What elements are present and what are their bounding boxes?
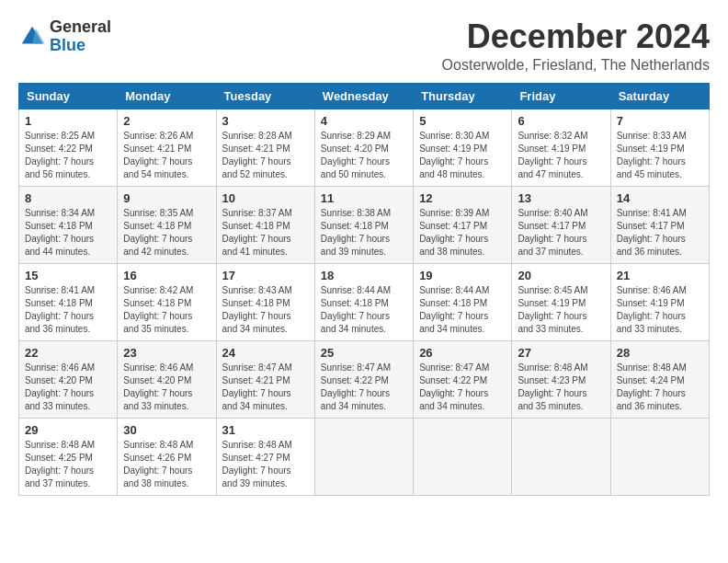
day-number: 6 <box>518 114 604 128</box>
day-of-week-wednesday: Wednesday <box>314 83 413 109</box>
day-number: 10 <box>222 191 309 205</box>
day-number: 28 <box>617 346 703 360</box>
day-number: 13 <box>518 191 604 205</box>
day-number: 14 <box>617 191 703 205</box>
logo-blue: Blue <box>50 36 85 54</box>
day-number: 3 <box>222 114 309 128</box>
day-number: 11 <box>321 191 407 205</box>
title-block: December 2024 Oosterwolde, Friesland, Th… <box>442 18 710 74</box>
logo-general: General <box>50 17 111 36</box>
calendar-cell <box>610 418 709 495</box>
day-info: Sunrise: 8:37 AMSunset: 4:18 PMDaylight:… <box>222 207 309 259</box>
calendar-cell: 26Sunrise: 8:47 AMSunset: 4:22 PMDayligh… <box>414 340 512 418</box>
calendar-cell: 6Sunrise: 8:32 AMSunset: 4:19 PMDaylight… <box>512 109 610 186</box>
day-number: 24 <box>222 346 309 360</box>
day-number: 20 <box>518 269 604 282</box>
calendar-cell: 20Sunrise: 8:45 AMSunset: 4:19 PMDayligh… <box>512 263 610 340</box>
calendar-header-row: SundayMondayTuesdayWednesdayThursdayFrid… <box>19 83 710 109</box>
calendar-table: SundayMondayTuesdayWednesdayThursdayFrid… <box>18 83 710 496</box>
day-info: Sunrise: 8:41 AMSunset: 4:17 PMDaylight:… <box>617 207 703 259</box>
day-info: Sunrise: 8:43 AMSunset: 4:18 PMDaylight:… <box>222 284 309 336</box>
calendar-cell <box>314 418 413 495</box>
day-info: Sunrise: 8:46 AMSunset: 4:20 PMDaylight:… <box>123 362 210 413</box>
day-info: Sunrise: 8:35 AMSunset: 4:18 PMDaylight:… <box>123 207 210 259</box>
day-number: 1 <box>25 114 111 128</box>
day-of-week-friday: Friday <box>512 83 610 109</box>
day-of-week-saturday: Saturday <box>610 83 709 109</box>
day-info: Sunrise: 8:39 AMSunset: 4:17 PMDaylight:… <box>419 207 506 259</box>
day-info: Sunrise: 8:42 AMSunset: 4:18 PMDaylight:… <box>123 284 210 336</box>
day-info: Sunrise: 8:48 AMSunset: 4:24 PMDaylight:… <box>617 362 703 413</box>
day-info: Sunrise: 8:29 AMSunset: 4:20 PMDaylight:… <box>321 130 407 181</box>
calendar-cell: 10Sunrise: 8:37 AMSunset: 4:18 PMDayligh… <box>216 186 314 263</box>
day-number: 8 <box>25 191 111 205</box>
calendar-cell: 3Sunrise: 8:28 AMSunset: 4:21 PMDaylight… <box>216 109 314 186</box>
month-title: December 2024 <box>442 18 710 55</box>
calendar-cell: 22Sunrise: 8:46 AMSunset: 4:20 PMDayligh… <box>19 340 118 418</box>
day-number: 29 <box>25 423 111 437</box>
day-of-week-monday: Monday <box>118 83 216 109</box>
calendar-cell: 18Sunrise: 8:44 AMSunset: 4:18 PMDayligh… <box>314 263 413 340</box>
day-of-week-tuesday: Tuesday <box>216 83 314 109</box>
day-info: Sunrise: 8:44 AMSunset: 4:18 PMDaylight:… <box>419 284 506 336</box>
location: Oosterwolde, Friesland, The Netherlands <box>442 57 710 74</box>
logo: General Blue <box>18 18 111 55</box>
day-number: 31 <box>222 423 309 437</box>
day-info: Sunrise: 8:30 AMSunset: 4:19 PMDaylight:… <box>419 130 506 181</box>
day-number: 18 <box>321 269 407 282</box>
calendar-cell: 19Sunrise: 8:44 AMSunset: 4:18 PMDayligh… <box>414 263 512 340</box>
calendar-cell: 1Sunrise: 8:25 AMSunset: 4:22 PMDaylight… <box>19 109 118 186</box>
day-info: Sunrise: 8:45 AMSunset: 4:19 PMDaylight:… <box>518 284 604 336</box>
day-info: Sunrise: 8:41 AMSunset: 4:18 PMDaylight:… <box>25 284 111 336</box>
day-info: Sunrise: 8:25 AMSunset: 4:22 PMDaylight:… <box>25 130 111 181</box>
calendar-cell: 29Sunrise: 8:48 AMSunset: 4:25 PMDayligh… <box>19 418 118 495</box>
day-number: 9 <box>123 191 210 205</box>
calendar-week-3: 15Sunrise: 8:41 AMSunset: 4:18 PMDayligh… <box>19 263 710 340</box>
calendar-cell: 27Sunrise: 8:48 AMSunset: 4:23 PMDayligh… <box>512 340 610 418</box>
calendar-cell: 11Sunrise: 8:38 AMSunset: 4:18 PMDayligh… <box>314 186 413 263</box>
day-info: Sunrise: 8:33 AMSunset: 4:19 PMDaylight:… <box>617 130 703 181</box>
day-number: 21 <box>617 269 703 282</box>
calendar-cell: 28Sunrise: 8:48 AMSunset: 4:24 PMDayligh… <box>610 340 709 418</box>
calendar-cell: 31Sunrise: 8:48 AMSunset: 4:27 PMDayligh… <box>216 418 314 495</box>
calendar-cell: 16Sunrise: 8:42 AMSunset: 4:18 PMDayligh… <box>118 263 216 340</box>
day-number: 27 <box>518 346 604 360</box>
calendar-cell: 2Sunrise: 8:26 AMSunset: 4:21 PMDaylight… <box>118 109 216 186</box>
day-info: Sunrise: 8:44 AMSunset: 4:18 PMDaylight:… <box>321 284 407 336</box>
day-info: Sunrise: 8:48 AMSunset: 4:26 PMDaylight:… <box>123 439 210 490</box>
calendar-cell: 9Sunrise: 8:35 AMSunset: 4:18 PMDaylight… <box>118 186 216 263</box>
calendar-cell: 14Sunrise: 8:41 AMSunset: 4:17 PMDayligh… <box>610 186 709 263</box>
calendar-cell <box>414 418 512 495</box>
day-info: Sunrise: 8:46 AMSunset: 4:20 PMDaylight:… <box>25 362 111 413</box>
calendar-cell: 7Sunrise: 8:33 AMSunset: 4:19 PMDaylight… <box>610 109 709 186</box>
day-info: Sunrise: 8:38 AMSunset: 4:18 PMDaylight:… <box>321 207 407 259</box>
calendar-week-2: 8Sunrise: 8:34 AMSunset: 4:18 PMDaylight… <box>19 186 710 263</box>
day-info: Sunrise: 8:47 AMSunset: 4:22 PMDaylight:… <box>419 362 506 413</box>
calendar-cell: 4Sunrise: 8:29 AMSunset: 4:20 PMDaylight… <box>314 109 413 186</box>
day-info: Sunrise: 8:48 AMSunset: 4:27 PMDaylight:… <box>222 439 309 490</box>
calendar-cell: 21Sunrise: 8:46 AMSunset: 4:19 PMDayligh… <box>610 263 709 340</box>
day-number: 16 <box>123 269 210 282</box>
day-number: 17 <box>222 269 309 282</box>
calendar-cell <box>512 418 610 495</box>
calendar-cell: 17Sunrise: 8:43 AMSunset: 4:18 PMDayligh… <box>216 263 314 340</box>
day-info: Sunrise: 8:47 AMSunset: 4:22 PMDaylight:… <box>321 362 407 413</box>
day-number: 30 <box>123 423 210 437</box>
page-header: General Blue December 2024 Oosterwolde, … <box>18 18 710 74</box>
calendar-week-1: 1Sunrise: 8:25 AMSunset: 4:22 PMDaylight… <box>19 109 710 186</box>
day-number: 22 <box>25 346 111 360</box>
day-info: Sunrise: 8:48 AMSunset: 4:25 PMDaylight:… <box>25 439 111 490</box>
calendar-cell: 12Sunrise: 8:39 AMSunset: 4:17 PMDayligh… <box>414 186 512 263</box>
day-number: 19 <box>419 269 506 282</box>
day-info: Sunrise: 8:26 AMSunset: 4:21 PMDaylight:… <box>123 130 210 181</box>
calendar-cell: 25Sunrise: 8:47 AMSunset: 4:22 PMDayligh… <box>314 340 413 418</box>
calendar-cell: 8Sunrise: 8:34 AMSunset: 4:18 PMDaylight… <box>19 186 118 263</box>
day-number: 4 <box>321 114 407 128</box>
day-number: 5 <box>419 114 506 128</box>
calendar-cell: 13Sunrise: 8:40 AMSunset: 4:17 PMDayligh… <box>512 186 610 263</box>
day-info: Sunrise: 8:32 AMSunset: 4:19 PMDaylight:… <box>518 130 604 181</box>
day-info: Sunrise: 8:40 AMSunset: 4:17 PMDaylight:… <box>518 207 604 259</box>
day-number: 15 <box>25 269 111 282</box>
calendar-week-4: 22Sunrise: 8:46 AMSunset: 4:20 PMDayligh… <box>19 340 710 418</box>
calendar-cell: 30Sunrise: 8:48 AMSunset: 4:26 PMDayligh… <box>118 418 216 495</box>
